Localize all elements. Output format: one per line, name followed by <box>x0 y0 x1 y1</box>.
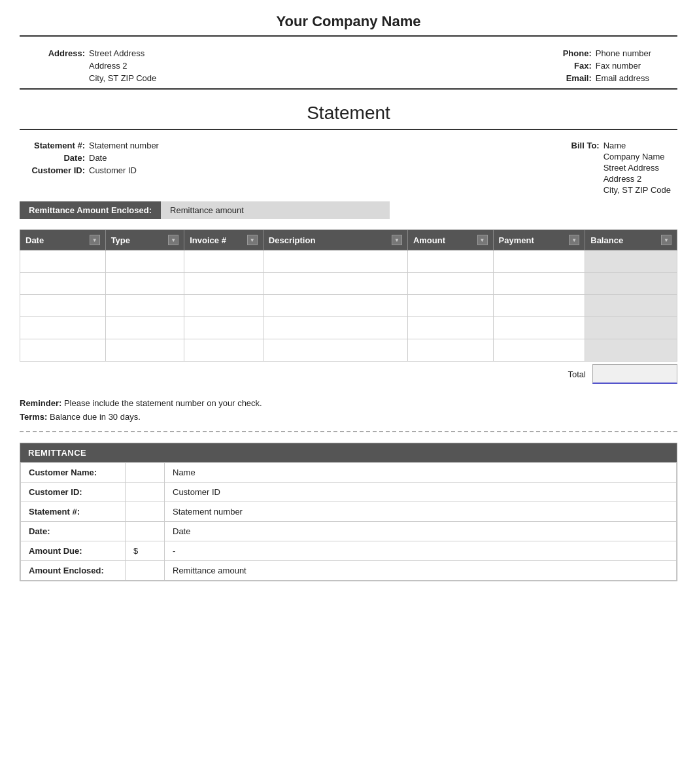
remittance-field-value: Date <box>165 522 677 541</box>
remittance-field-label: Amount Enclosed: <box>21 561 126 581</box>
fax-label: Fax: <box>552 61 592 71</box>
cell-invoice <box>184 295 264 317</box>
col-payment[interactable]: Payment ▼ <box>493 230 585 250</box>
cell-invoice <box>184 317 264 339</box>
cell-type <box>105 339 184 362</box>
cell-description <box>263 317 407 339</box>
phone-label: Phone: <box>552 48 592 58</box>
cell-invoice <box>184 273 264 295</box>
cell-amount <box>407 317 493 339</box>
remittance-field-col2 <box>126 561 165 581</box>
city-value: City, ST ZIP Code <box>89 73 156 83</box>
table-row <box>20 250 677 273</box>
customer-id-label: Customer ID: <box>26 165 85 175</box>
statement-details-left: Statement #: Statement number Date: Date… <box>26 141 159 195</box>
statement-number-value: Statement number <box>89 141 159 150</box>
total-value-box <box>592 364 677 384</box>
type-dropdown-icon[interactable]: ▼ <box>168 235 178 245</box>
remittance-field-label: Date: <box>21 522 126 541</box>
cell-date <box>20 273 106 295</box>
cell-description <box>263 273 407 295</box>
statement-table: Date ▼ Type ▼ Invoice # ▼ Description <box>20 230 677 362</box>
cell-date <box>20 339 106 362</box>
col-description[interactable]: Description ▼ <box>263 230 407 250</box>
remittance-row: Amount Enclosed:Remittance amount <box>21 561 677 581</box>
address-row: Address: Street Address <box>46 48 156 58</box>
remittance-row: Customer ID:Customer ID <box>21 483 677 502</box>
remittance-field-label: Customer Name: <box>21 463 126 483</box>
col-balance[interactable]: Balance ▼ <box>585 230 677 250</box>
cell-balance <box>585 273 677 295</box>
cell-date <box>20 250 106 273</box>
cell-type <box>105 295 184 317</box>
remittance-field-label: Customer ID: <box>21 483 126 502</box>
city-spacer <box>46 73 85 83</box>
remittance-section: REMITTANCE Customer Name:NameCustomer ID… <box>20 443 677 581</box>
table-header-row: Date ▼ Type ▼ Invoice # ▼ Description <box>20 230 677 250</box>
bill-to-name: Name <box>604 141 626 150</box>
bill-to-row: Bill To: Name <box>541 141 671 150</box>
statement-number-row: Statement #: Statement number <box>26 141 159 150</box>
cell-type <box>105 250 184 273</box>
cell-type <box>105 273 184 295</box>
bill-to-label: Bill To: <box>541 141 600 150</box>
remittance-field-value: Name <box>165 463 677 483</box>
reminder-label: Reminder: <box>20 398 61 408</box>
remittance-field-value: Remittance amount <box>165 561 677 581</box>
address2-spacer <box>46 61 85 71</box>
amount-dropdown-icon[interactable]: ▼ <box>477 235 488 245</box>
company-header: Your Company Name <box>20 13 677 37</box>
date-dropdown-icon[interactable]: ▼ <box>90 235 100 245</box>
cell-payment <box>493 295 585 317</box>
cell-balance <box>585 339 677 362</box>
table-row <box>20 295 677 317</box>
company-address-section: Address: Street Address Address 2 City, … <box>46 48 156 83</box>
fax-row: Fax: Fax number <box>552 61 651 71</box>
statement-number-label: Statement #: <box>26 141 85 150</box>
email-value: Email address <box>596 73 649 83</box>
cell-payment <box>493 273 585 295</box>
statement-date-row: Date: Date <box>26 153 159 163</box>
cell-description <box>263 295 407 317</box>
address2-row: Address 2 <box>46 61 156 71</box>
phone-row: Phone: Phone number <box>552 48 651 58</box>
bill-to-company: Company Name <box>604 152 665 162</box>
balance-dropdown-icon[interactable]: ▼ <box>661 235 672 245</box>
remittance-field-value: Statement number <box>165 502 677 522</box>
remittance-field-value: Customer ID <box>165 483 677 502</box>
bill-to-address2-row: Address 2 <box>541 174 671 184</box>
col-amount[interactable]: Amount ▼ <box>407 230 493 250</box>
statement-date-label: Date: <box>26 153 85 163</box>
cell-description <box>263 339 407 362</box>
cell-amount <box>407 339 493 362</box>
statement-date-value: Date <box>89 153 107 163</box>
col-type[interactable]: Type ▼ <box>105 230 184 250</box>
col-date[interactable]: Date ▼ <box>20 230 106 250</box>
statement-title: Statement <box>20 103 677 124</box>
company-contact-section: Phone: Phone number Fax: Fax number Emai… <box>552 48 651 83</box>
cell-balance <box>585 250 677 273</box>
customer-id-value: Customer ID <box>89 165 137 175</box>
table-row <box>20 317 677 339</box>
terms-text: Terms: Balance due in 30 days. <box>20 412 677 422</box>
bill-to-address2: Address 2 <box>604 174 642 184</box>
remittance-field-col2 <box>126 463 165 483</box>
remittance-field-label: Statement #: <box>21 502 126 522</box>
bill-to-address1-row: Street Address <box>541 163 671 173</box>
cell-amount <box>407 250 493 273</box>
remittance-field-label: Amount Due: <box>21 541 126 561</box>
bill-to-section: Bill To: Name Company Name Street Addres… <box>541 141 671 195</box>
company-name: Your Company Name <box>20 13 677 30</box>
remittance-row: Date:Date <box>21 522 677 541</box>
remittance-table: Customer Name:NameCustomer ID:Customer I… <box>20 462 677 581</box>
total-row: Total <box>20 364 677 384</box>
remittance-field-col2 <box>126 522 165 541</box>
description-dropdown-icon[interactable]: ▼ <box>392 235 402 245</box>
remittance-field-col2 <box>126 483 165 502</box>
table-row <box>20 273 677 295</box>
invoice-dropdown-icon[interactable]: ▼ <box>247 235 258 245</box>
payment-dropdown-icon[interactable]: ▼ <box>569 235 579 245</box>
email-row: Email: Email address <box>552 73 651 83</box>
col-invoice[interactable]: Invoice # ▼ <box>184 230 264 250</box>
remittance-amount-row: Remittance Amount Enclosed: Remittance a… <box>20 201 677 219</box>
